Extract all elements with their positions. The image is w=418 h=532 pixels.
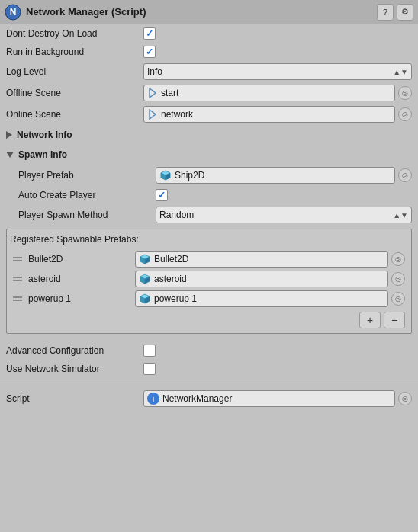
spawnable-item: asteroid asteroid ◎ [10,269,408,289]
help-button[interactable]: ? [377,4,394,21]
spawnable-title: Registered Spawnable Prefabs: [10,232,408,246]
script-info-icon: i [147,393,159,405]
spawnable-value: asteroid [154,274,187,284]
spawn-method-select[interactable]: Random ▲▼ [156,207,412,223]
add-remove-row: + − [10,309,408,330]
network-info-triangle [6,131,12,139]
player-prefab-value: Ship2D [175,170,204,181]
online-scene-row: Online Scene network ◎ [0,104,418,125]
run-background-checkbox[interactable] [143,46,156,58]
auto-create-checkbox[interactable] [156,189,168,201]
spawnable-name: asteroid [28,274,135,284]
spawn-info-label: Spawn Info [18,149,67,160]
spawnable-item: Bullet2D Bullet2D ◎ [10,249,408,269]
online-scene-picker[interactable]: ◎ [398,107,412,121]
spawnable-value: powerup 1 [154,293,197,304]
spawnable-object-field[interactable]: Bullet2D [135,251,388,268]
svg-marker-3 [150,110,156,119]
script-picker[interactable]: ◎ [398,392,412,405]
network-sim-row: Use Network Simulator [0,360,418,378]
inspector-panel: N Network Manager (Script) ? ⚙ Dont Dest… [0,0,418,409]
network-info-header[interactable]: Network Info [0,125,418,145]
remove-spawnable-button[interactable]: − [384,312,405,328]
dont-destroy-checkbox[interactable] [143,27,156,40]
svg-marker-2 [150,88,156,98]
spawn-method-row: Player Spawn Method Random ▲▼ [0,204,418,226]
script-field[interactable]: i NetworkManager [143,390,395,407]
spawnable-prefabs-box: Registered Spawnable Prefabs: Bullet2D B… [6,229,412,334]
dont-destroy-label: Dont Destroy On Load [6,28,143,39]
run-background-row: Run in Background [0,43,418,61]
dont-destroy-row: Dont Destroy On Load [0,24,418,43]
log-level-value: Info [147,66,162,77]
spawn-info-header[interactable]: Spawn Info [0,145,418,165]
log-level-arrow: ▲▼ [393,68,408,76]
spawn-method-label: Player Spawn Method [18,210,156,220]
spawnable-name: powerup 1 [28,293,135,304]
component-header: N Network Manager (Script) ? ⚙ [0,0,418,24]
advanced-config-checkbox[interactable] [143,345,156,357]
spawnable-field: Bullet2D ◎ [135,251,405,268]
scene-icon [147,88,158,98]
spawn-method-value: Random [159,210,194,220]
svg-text:N: N [10,7,17,18]
drag-handle-icon [13,277,22,281]
spawnable-field: powerup 1 ◎ [135,290,405,307]
offline-scene-row: Offline Scene start ◎ [0,82,418,104]
log-level-row: Log Level Info ▲▼ [0,61,418,82]
advanced-config-label: Advanced Configuration [6,345,143,356]
online-scene-field[interactable]: network [143,106,395,123]
offline-scene-label: Offline Scene [6,88,143,98]
settings-button[interactable]: ⚙ [397,4,413,21]
script-label: Script [6,393,143,404]
spawnable-item: powerup 1 powerup 1 ◎ [10,289,408,309]
player-prefab-row: Player Prefab Ship2D ◎ [0,165,418,186]
run-background-label: Run in Background [6,46,143,57]
spawn-info-triangle [6,152,14,158]
log-level-label: Log Level [6,66,143,77]
spawnable-picker[interactable]: ◎ [391,272,405,286]
spawnable-object-field[interactable]: asteroid [135,271,388,287]
spawn-method-arrow: ▲▼ [393,211,408,220]
add-spawnable-button[interactable]: + [359,312,381,328]
network-sim-label: Use Network Simulator [6,364,143,374]
spawnable-value: Bullet2D [154,254,188,264]
advanced-config-row: Advanced Configuration [0,341,418,360]
spawnable-object-field[interactable]: powerup 1 [135,290,388,307]
script-value: NetworkManager [162,393,232,404]
offline-scene-field[interactable]: start [143,85,395,101]
spawnable-picker[interactable]: ◎ [391,292,405,306]
component-icon: N [5,4,21,21]
offline-scene-value: start [161,88,178,98]
drag-handle-icon [13,257,22,261]
network-sim-checkbox[interactable] [143,363,156,375]
network-info-label: Network Info [17,130,72,140]
spawnable-picker[interactable]: ◎ [391,252,405,266]
online-scene-value: network [161,109,193,120]
component-title: Network Manager (Script) [26,6,377,18]
player-prefab-label: Player Prefab [18,170,156,181]
offline-scene-picker[interactable]: ◎ [398,86,412,100]
online-scene-label: Online Scene [6,109,143,120]
auto-create-label: Auto Create Player [18,190,156,200]
log-level-select[interactable]: Info ▲▼ [143,63,412,80]
spawnable-name: Bullet2D [28,254,135,264]
online-scene-icon [147,109,158,120]
player-prefab-field[interactable]: Ship2D [156,167,395,184]
drag-handle-icon [13,296,22,301]
spawnable-field: asteroid ◎ [135,271,405,287]
script-row: Script i NetworkManager ◎ [0,388,418,409]
auto-create-row: Auto Create Player [0,186,418,204]
player-prefab-picker[interactable]: ◎ [398,168,412,182]
